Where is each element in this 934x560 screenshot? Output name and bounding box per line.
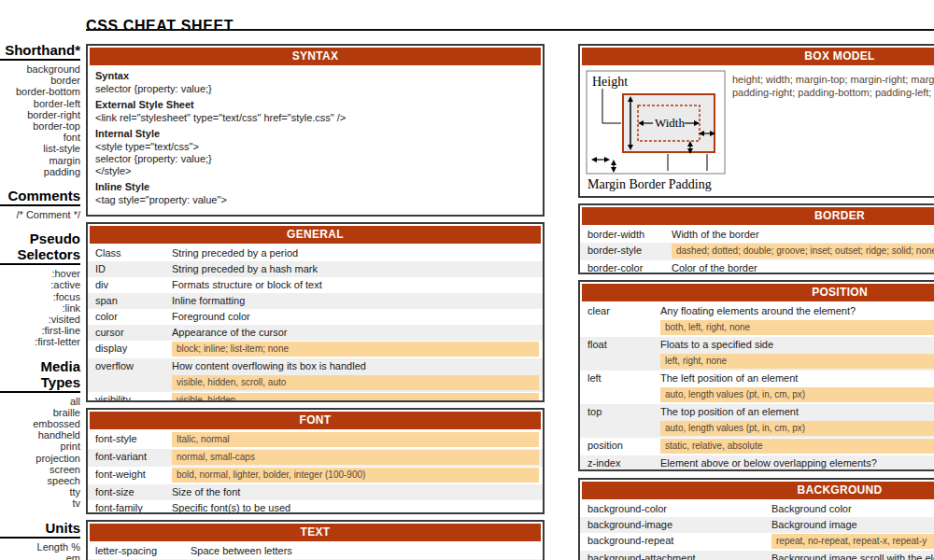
section-header: POSITION xyxy=(582,284,934,301)
property-description: Appearance of the cursor xyxy=(172,325,539,341)
text-table: letter-spacingSpace between lettersline-… xyxy=(88,543,543,560)
section-general: GENERAL ClassString preceded by a period… xyxy=(86,222,545,402)
property-values: repeat, no-repeat, repeat-x, repeat-y xyxy=(771,534,934,549)
property-name: position xyxy=(580,438,660,454)
property-cell: Background image scroll with the element xyxy=(771,551,934,560)
sidebar-item: padding xyxy=(0,166,80,177)
box-model-summary: height; width; margin-top; margin-right;… xyxy=(732,73,934,99)
property-description: Width of the border xyxy=(672,227,934,243)
sidebar-item: screen xyxy=(0,464,80,475)
property-name: border-color xyxy=(580,260,672,274)
property-description: String preceded by a hash mark xyxy=(172,261,539,277)
property-cell: Inline formatting xyxy=(172,293,543,309)
property-cell: Italic, normal xyxy=(172,431,543,449)
property-cell: Floats to a specified sideleft, right, n… xyxy=(660,337,934,371)
syntax-entry-label: External Style Sheet xyxy=(88,96,543,112)
sidebar-item: speech xyxy=(0,475,80,486)
sidebar-item: print xyxy=(0,441,80,452)
sidebar-heading: Media Types xyxy=(0,358,80,393)
property-name: font-family xyxy=(88,500,172,514)
title-underline xyxy=(86,29,934,31)
table-row: spanInline formatting xyxy=(88,293,543,309)
syntax-entry-code: <link rel="stylesheet" type="text/css" h… xyxy=(88,112,543,125)
property-cell: Background color xyxy=(771,501,934,517)
property-description: Inline formatting xyxy=(172,293,539,309)
table-row: font-styleItalic, normal xyxy=(88,431,543,449)
sidebar-item: border xyxy=(0,75,80,86)
table-row: IDString preceded by a hash mark xyxy=(88,261,543,277)
syntax-entry-label: Inline Style xyxy=(88,178,543,194)
property-description: Background color xyxy=(771,501,934,517)
sidebar-item: list-style xyxy=(0,143,80,154)
table-row: ClassString preceded by a period xyxy=(88,245,543,261)
table-row: leftThe left position of an elementauto,… xyxy=(580,371,934,404)
property-name: span xyxy=(88,293,172,309)
property-cell: Background image xyxy=(771,517,934,533)
property-values: visible, hidden, scroll, auto xyxy=(172,375,539,390)
property-cell: String preceded by a hash mark xyxy=(172,261,543,277)
property-cell: visible, hidden xyxy=(172,392,543,402)
section-header: GENERAL xyxy=(90,226,541,244)
sidebar-item: em xyxy=(0,553,80,560)
sidebar-item: border-bottom xyxy=(0,86,80,97)
syntax-entry-code: <style type="text/css"> selector {proper… xyxy=(88,141,543,178)
syntax-entry-code: selector {property: value;} xyxy=(88,83,543,96)
sidebar-item: :first-line xyxy=(0,325,80,336)
table-row: topThe top position of an elementauto, l… xyxy=(580,404,934,438)
property-name: Class xyxy=(88,245,172,261)
sidebar-item: :hover xyxy=(0,268,80,279)
sidebar-item: border-left xyxy=(0,98,80,109)
property-description: String preceded by a period xyxy=(172,245,539,261)
property-cell: Space between letters xyxy=(191,543,543,559)
property-values: auto, length values (pt, in, cm, px) xyxy=(660,421,934,436)
property-cell: Appearance of the cursor xyxy=(172,325,543,341)
property-name: font-weight xyxy=(88,467,172,483)
sidebar: Shorthand*backgroundborderborder-bottomb… xyxy=(0,42,80,560)
box-model-summary-line: height; width; margin-top; margin-right;… xyxy=(732,73,934,86)
sidebar-item: border-right xyxy=(0,109,80,120)
section-header: FONT xyxy=(90,412,541,429)
sidebar-item: margin xyxy=(0,155,80,166)
property-values: left, right, none xyxy=(660,354,934,369)
property-values: visible, hidden xyxy=(172,393,539,402)
sidebar-item: /* Comment */ xyxy=(0,209,80,220)
table-row: font-sizeSize of the font xyxy=(88,484,543,500)
property-description: Background image scroll with the element xyxy=(771,551,934,560)
property-cell: static, relative, absolute xyxy=(660,438,934,455)
property-name: cursor xyxy=(88,325,172,341)
property-name: color xyxy=(88,309,172,325)
table-row: font-weightbold, normal, lighter, bolder… xyxy=(88,467,543,484)
sidebar-heading: Units xyxy=(0,520,80,539)
section-syntax: SYNTAX Syntaxselector {property: value;}… xyxy=(86,44,545,217)
property-cell: repeat, no-repeat, repeat-x, repeat-y xyxy=(771,533,934,551)
property-name: border-style xyxy=(580,243,672,259)
property-cell: Width of the border xyxy=(672,227,934,243)
section-header: BOX MODEL xyxy=(582,48,934,65)
sidebar-section: Media Typesallbrailleembossedhandheldpri… xyxy=(0,358,80,510)
table-row: background-attachmentBackground image sc… xyxy=(580,551,934,560)
property-name: border-width xyxy=(580,227,672,243)
table-row: background-colorBackground color xyxy=(580,501,934,517)
property-cell: block; inline; list-item; none xyxy=(172,341,543,358)
sidebar-item: :first-letter xyxy=(0,336,80,347)
section-header: SYNTAX xyxy=(90,48,541,65)
sidebar-heading: Pseudo Selectors xyxy=(0,231,80,265)
section-background: BACKGROUND background-colorBackground co… xyxy=(578,478,934,560)
property-name: float xyxy=(580,337,660,353)
sidebar-heading: Comments xyxy=(0,188,80,206)
sidebar-heading: Shorthand* xyxy=(0,42,80,61)
property-cell: String preceded by a period xyxy=(172,245,543,261)
syntax-entry-label: Syntax xyxy=(88,67,543,83)
sidebar-item: font xyxy=(0,132,80,143)
property-description: Formats structure or block of text xyxy=(172,277,539,293)
property-name: font-size xyxy=(88,484,172,500)
syntax-entry-label: Internal Style xyxy=(88,125,543,141)
property-name: clear xyxy=(580,303,660,319)
sidebar-item: :visited xyxy=(0,314,80,325)
property-values: normal, small-caps xyxy=(172,450,539,465)
table-row: floatFloats to a specified sideleft, rig… xyxy=(580,337,934,371)
property-cell: Size of the font xyxy=(172,484,543,500)
property-name: font-variant xyxy=(88,449,172,465)
table-row: z-indexElement above or below overlappin… xyxy=(580,455,934,471)
property-name: ID xyxy=(88,261,172,277)
